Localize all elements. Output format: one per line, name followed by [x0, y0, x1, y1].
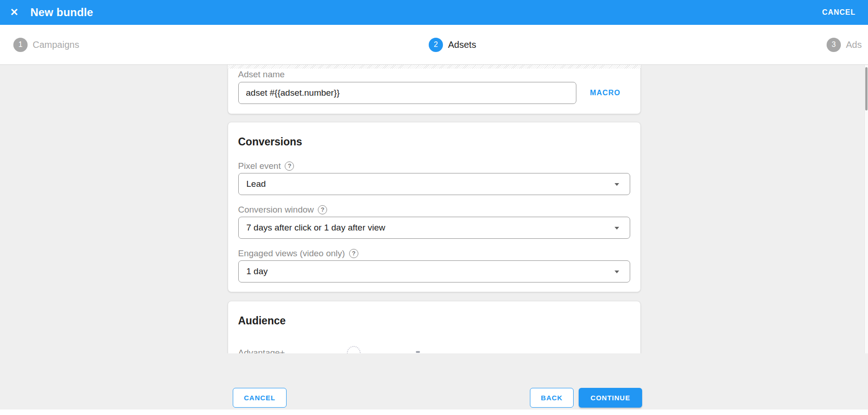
footer-bar: CANCEL BACK CONTINUE — [0, 353, 868, 409]
step-number-badge: 2 — [429, 38, 443, 52]
step-number-badge: 3 — [827, 38, 841, 52]
macro-button[interactable]: MACRO — [590, 89, 621, 97]
wizard-stepper: 1 Campaigns 2 Adsets 3 Ads — [0, 25, 868, 65]
close-icon[interactable]: ✕ — [2, 0, 27, 25]
field-label-text: Conversion window — [238, 205, 314, 215]
bottom-strip — [0, 409, 868, 415]
card-top-hatch — [228, 65, 641, 69]
form-scroll-area: Adset name MACRO Conversions Pixel event… — [0, 65, 868, 353]
step-label: Campaigns — [33, 40, 79, 50]
cancel-button[interactable]: CANCEL — [233, 388, 287, 408]
conversions-title: Conversions — [238, 136, 630, 147]
adset-name-input[interactable] — [238, 82, 576, 104]
conversion-window-field: Conversion window ? 7 days after click o… — [238, 205, 630, 239]
step-ads[interactable]: 3 Ads — [827, 25, 862, 64]
help-icon[interactable]: ? — [318, 205, 327, 214]
header-cancel-button[interactable]: CANCEL — [822, 8, 856, 17]
select-value: 7 days after click or 1 day after view — [247, 223, 385, 233]
step-number-badge: 1 — [13, 38, 28, 52]
engaged-views-field: Engaged views (video only) ? 1 day — [238, 248, 630, 282]
pixel-event-field: Pixel event ? Lead — [238, 161, 630, 195]
page-title: New bundle — [30, 6, 93, 19]
step-label: Adsets — [448, 40, 476, 50]
field-label-text: Engaged views (video only) — [238, 248, 345, 259]
advantage-help-icon-clipped[interactable] — [347, 346, 361, 353]
engaged-views-select[interactable]: 1 day — [238, 260, 630, 282]
field-label-text: Pixel event — [238, 161, 281, 171]
scrollbar-track[interactable] — [864, 65, 868, 353]
conversion-window-select[interactable]: 7 days after click or 1 day after view — [238, 217, 630, 239]
clipped-element-fragment — [416, 351, 420, 353]
chevron-down-icon — [615, 271, 619, 273]
continue-button[interactable]: CONTINUE — [579, 388, 642, 408]
pixel-event-label: Pixel event ? — [238, 161, 630, 171]
scrollbar-thumb[interactable] — [865, 67, 868, 110]
audience-card: Audience Advantage+ — [228, 301, 641, 353]
select-value: 1 day — [247, 266, 268, 277]
adset-name-label: Adset name — [238, 69, 630, 80]
chevron-down-icon — [615, 227, 619, 230]
back-button[interactable]: BACK — [530, 388, 574, 408]
engaged-views-label: Engaged views (video only) ? — [238, 248, 630, 259]
conversion-window-label: Conversion window ? — [238, 205, 630, 215]
advantage-row: Advantage+ — [238, 347, 630, 353]
select-value: Lead — [247, 179, 266, 189]
step-campaigns[interactable]: 1 Campaigns — [13, 25, 79, 64]
adset-name-card: Adset name MACRO — [228, 65, 641, 114]
header-bar: ✕ New bundle CANCEL — [0, 0, 868, 25]
step-adsets[interactable]: 2 Adsets — [429, 25, 476, 64]
conversions-card: Conversions Pixel event ? Lead Conversio… — [228, 122, 641, 292]
advantage-label: Advantage+ — [238, 347, 285, 353]
step-label: Ads — [846, 40, 862, 50]
pixel-event-select[interactable]: Lead — [238, 173, 630, 195]
help-icon[interactable]: ? — [285, 161, 294, 171]
audience-title: Audience — [238, 315, 630, 326]
chevron-down-icon — [615, 183, 619, 186]
help-icon[interactable]: ? — [349, 249, 358, 258]
